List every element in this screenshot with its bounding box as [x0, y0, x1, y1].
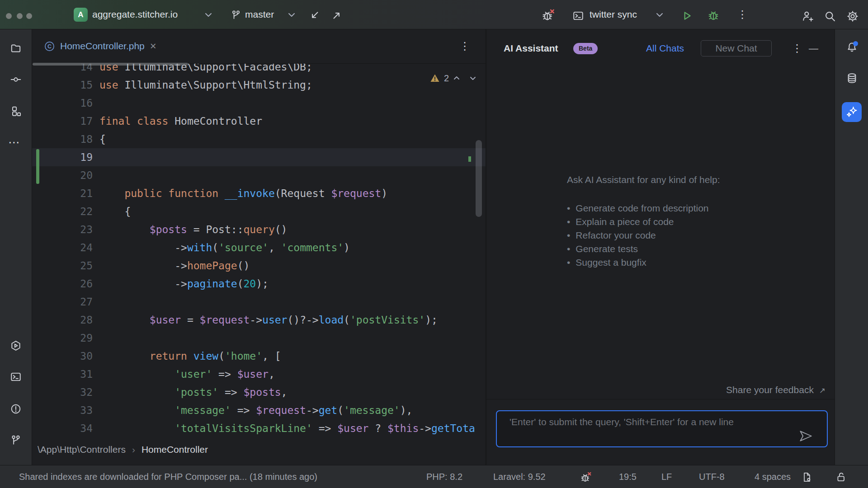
- main-menu-kebab[interactable]: ⋮: [737, 0, 748, 29]
- editor-scrollbar[interactable]: [476, 140, 482, 217]
- structure-icon[interactable]: [10, 105, 22, 117]
- code-line-24[interactable]: 24 ->with('source', 'comments'): [32, 239, 486, 257]
- code-token: $posts: [244, 386, 281, 398]
- code-token: [162, 188, 168, 199]
- code-token: ,: [269, 368, 275, 380]
- tab-homecontroller[interactable]: C HomeController.php ×: [38, 29, 163, 63]
- code-token: 'comments': [281, 242, 344, 253]
- code-token: getTota: [431, 422, 475, 434]
- services-icon[interactable]: [10, 340, 22, 352]
- breadcrumb-parent[interactable]: \App\Http\Controllers: [38, 444, 126, 455]
- run-button[interactable]: [681, 10, 693, 22]
- indent-widget[interactable]: 4 spaces: [755, 465, 791, 488]
- no-debug-status-icon[interactable]: [580, 471, 592, 483]
- code-token: $user: [150, 314, 181, 326]
- no-debug-icon[interactable]: [542, 9, 555, 22]
- status-message[interactable]: Shared indexes are downloaded for PHP Co…: [19, 465, 317, 488]
- code-line-15[interactable]: 15use Illuminate\Support\HtmlString;: [32, 76, 486, 94]
- code-token: 'posts': [175, 386, 218, 398]
- notification-dot: [853, 41, 858, 46]
- window-zoom-button[interactable]: [26, 13, 32, 19]
- code-line-29[interactable]: 29: [32, 329, 486, 347]
- commit-icon[interactable]: [10, 74, 22, 85]
- code-line-25[interactable]: 25 ->homePage(): [32, 257, 486, 275]
- settings-gear-icon[interactable]: [846, 10, 859, 23]
- ai-suggestion: •Refactor your code: [567, 229, 709, 242]
- window-minimize-button[interactable]: [17, 13, 23, 19]
- ai-minimize-icon[interactable]: —: [809, 29, 818, 68]
- code-line-26[interactable]: 26 ->paginate(20);: [32, 275, 486, 293]
- project-icon[interactable]: A: [74, 8, 88, 22]
- add-user-icon[interactable]: [801, 10, 814, 23]
- error-stripe-mark[interactable]: [468, 156, 471, 162]
- more-tool-windows-icon[interactable]: ⋯: [8, 136, 20, 148]
- code-token: , [: [262, 350, 281, 362]
- code-token: class: [137, 115, 168, 127]
- send-icon[interactable]: [797, 428, 814, 444]
- code-line-31[interactable]: 31 'user' => $user,: [32, 365, 486, 383]
- project-name-button[interactable]: aggregate.stitcher.io: [92, 0, 178, 29]
- indent-config-icon[interactable]: [801, 471, 813, 483]
- share-feedback-link[interactable]: Share your feedback ↗: [726, 383, 826, 397]
- tabbar-scrollbar[interactable]: [33, 63, 188, 66]
- window-close-button[interactable]: [6, 13, 12, 19]
- code-line-27[interactable]: 27: [32, 293, 486, 311]
- project-folder-icon[interactable]: [10, 42, 22, 54]
- terminal-icon[interactable]: [10, 371, 22, 383]
- unlock-icon[interactable]: [835, 471, 847, 483]
- line-number: 34: [32, 419, 93, 437]
- tab-close-icon[interactable]: ×: [150, 41, 156, 52]
- code-line-20[interactable]: 20: [32, 166, 486, 184]
- editor[interactable]: 14use Illuminate\Support\Facades\DB;15us…: [32, 29, 486, 465]
- code-line-28[interactable]: 28 $user = $request->user()?->load('post…: [32, 311, 486, 329]
- line-number: 32: [32, 383, 93, 401]
- caret-position-widget[interactable]: 19:5: [619, 465, 637, 488]
- breadcrumb-current[interactable]: HomeController: [142, 444, 208, 455]
- code-line-22[interactable]: 22 {: [32, 202, 486, 221]
- version-control-icon[interactable]: [10, 434, 22, 446]
- code-token: ?: [368, 422, 387, 434]
- code-line-34[interactable]: 34 'totalVisitsSparkLine' => $user ? $th…: [32, 419, 486, 437]
- code-line-32[interactable]: 32 'posts' => $posts,: [32, 383, 486, 401]
- code-token: HomeController: [168, 115, 262, 127]
- code-token: [99, 314, 150, 326]
- code-line-30[interactable]: 30 return view('home', [: [32, 347, 486, 365]
- code-line-33[interactable]: 33 'message' => $request->get('message')…: [32, 401, 486, 419]
- titlebar: A aggregate.stitcher.io master: [0, 0, 868, 29]
- code-line-16[interactable]: 16: [32, 94, 486, 112]
- problems-icon[interactable]: [10, 403, 22, 415]
- code-line-19[interactable]: 19: [32, 148, 486, 166]
- editor-options-kebab[interactable]: ⋮: [459, 29, 470, 63]
- divider: [486, 399, 835, 399]
- all-chats-link[interactable]: All Chats: [646, 29, 684, 68]
- laravel-version-widget[interactable]: Laravel: 9.52: [493, 465, 546, 488]
- push-icon[interactable]: [331, 10, 343, 22]
- search-icon[interactable]: [824, 10, 836, 23]
- php-version-widget[interactable]: PHP: 8.2: [426, 465, 462, 488]
- run-config-selector[interactable]: twitter sync: [590, 0, 637, 29]
- code-token: (): [237, 260, 250, 272]
- ai-options-kebab[interactable]: ⋮: [792, 29, 802, 68]
- code-line-18[interactable]: 18{: [32, 130, 486, 148]
- line-separator-widget[interactable]: LF: [661, 465, 672, 488]
- ai-assistant-stripe-button[interactable]: [842, 102, 862, 122]
- code-line-17[interactable]: 17final class HomeController: [32, 112, 486, 130]
- prev-warning-icon[interactable]: [453, 74, 461, 82]
- bullet-icon: •: [567, 229, 570, 242]
- new-chat-button[interactable]: New Chat: [701, 40, 772, 56]
- code-line-21[interactable]: 21 public function __invoke(Request $req…: [32, 184, 486, 202]
- beta-badge: Beta: [573, 43, 598, 54]
- ai-query-input[interactable]: [496, 410, 828, 447]
- code-line-23[interactable]: 23 $posts = Post::query(): [32, 221, 486, 239]
- line-number: 33: [32, 401, 93, 419]
- update-project-icon[interactable]: [309, 10, 321, 22]
- debug-button[interactable]: [707, 9, 720, 22]
- database-icon[interactable]: [846, 72, 858, 84]
- next-warning-icon[interactable]: [469, 74, 477, 82]
- encoding-widget[interactable]: UTF-8: [699, 465, 725, 488]
- inspection-widget[interactable]: 2: [429, 71, 477, 85]
- git-branch-icon: [231, 9, 241, 20]
- code-token: {: [99, 133, 106, 145]
- feedback-label: Share your feedback: [726, 385, 814, 395]
- git-branch-button[interactable]: master: [245, 0, 274, 29]
